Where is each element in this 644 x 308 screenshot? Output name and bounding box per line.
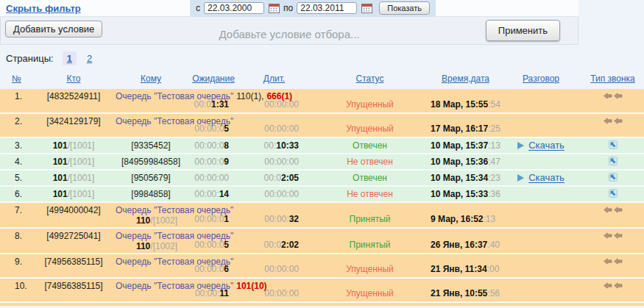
call-log-table: № Кто Кому Ожидание Длит. Статус Время,д…: [0, 71, 644, 303]
callee-cell: Очередь "Тестовая очередь"110/[1002]: [114, 228, 188, 254]
double-left-arrow-icon: [604, 93, 623, 99]
caller-cell: [3424129179]: [33, 113, 114, 137]
datetime-cell: 10 Мар, 15:33:36: [431, 186, 500, 202]
column-header-calltype[interactable]: Тип звонка: [590, 74, 635, 84]
callee-number: [9505679]: [131, 173, 170, 183]
datetime-cell: 21 Янв, 11:34:00: [431, 254, 500, 278]
page-link-2[interactable]: 2: [82, 51, 96, 65]
status-label: Упущенный: [346, 288, 394, 298]
callee-queue: Очередь "Тестовая очередь": [114, 257, 188, 267]
double-left-arrow-icon: [604, 207, 623, 213]
status-label: Отвечен: [353, 140, 387, 151]
callee-cell: Очередь "Тестовая очередь"101(10): [114, 278, 188, 302]
talk-cell: Скачать: [500, 137, 581, 154]
calendar-icon[interactable]: [361, 3, 372, 14]
hide-filter-link[interactable]: Скрыть фильтр: [6, 3, 81, 14]
datetime-cell: 21 Янв, 10:55:56: [431, 278, 500, 302]
caller-number: 101: [53, 189, 68, 199]
caller-number: [4992725041]: [46, 231, 100, 241]
page-link-1[interactable]: 1: [63, 51, 77, 65]
row-number: 9.: [0, 254, 33, 278]
caller-number: [3424129179]: [46, 116, 100, 126]
next-row-peek: [0, 303, 644, 306]
row-number: 3.: [0, 137, 33, 154]
duration-time: 00:10:33: [239, 137, 309, 154]
call-type-cell: [581, 89, 644, 113]
callee-cell: [9984858]: [114, 186, 188, 202]
status-label: Отвечен: [353, 173, 387, 183]
caller-cell: 101/[1001]: [33, 170, 114, 186]
talk-cell: [500, 186, 581, 202]
row-number: 5.: [0, 170, 33, 186]
status-label: Не отвечен: [347, 157, 393, 167]
call-type-cell: [581, 170, 644, 186]
callee-queue: Очередь "Тестовая очередь": [114, 205, 188, 215]
caller-number: 101: [53, 140, 68, 151]
wait-time: 00:00:00: [188, 170, 239, 186]
queue-alert: 101(10): [236, 281, 266, 291]
play-icon[interactable]: [517, 142, 524, 149]
callee-cell: [9505679]: [114, 170, 188, 186]
talk-cell: [500, 154, 581, 170]
table-row: 10.[74956385115]Очередь "Тестовая очеред…: [0, 278, 644, 302]
table-row: 8.[4992725041]Очередь "Тестовая очередь"…: [0, 228, 644, 254]
apply-button[interactable]: Применить: [486, 20, 560, 41]
double-left-arrow-icon: [604, 118, 623, 124]
caller-number: 101: [53, 157, 68, 167]
column-header-to[interactable]: Кому: [141, 74, 161, 84]
pagination: Страницы: 1 2: [0, 45, 644, 71]
column-header-duration[interactable]: Длит.: [263, 74, 285, 84]
date-to-label: по: [283, 3, 293, 13]
datetime-cell: 17 Мар, 16:17:25: [431, 113, 500, 137]
status-label: Не отвечен: [347, 189, 393, 199]
download-link[interactable]: Скачать: [528, 173, 565, 184]
date-range-panel: с по: [190, 0, 436, 17]
date-from-input[interactable]: [204, 2, 264, 14]
callee-cell: Очередь "Тестовая очередь"110/[1002]: [114, 202, 188, 228]
date-to-input[interactable]: [297, 2, 357, 14]
call-type-cell: [581, 154, 644, 170]
row-number: 2.: [0, 113, 33, 137]
download-link[interactable]: Скачать: [528, 140, 565, 151]
column-header-talk[interactable]: Разговор: [523, 74, 559, 84]
status-label: Упущенный: [346, 264, 394, 274]
calendar-icon[interactable]: [268, 3, 280, 14]
row-number: 8.: [0, 228, 33, 254]
call-type-cell: [581, 113, 644, 137]
table-header-row: № Кто Кому Ожидание Длит. Статус Время,д…: [0, 71, 644, 89]
call-type-cell: [581, 278, 644, 302]
caller-cell: 101/[1001]: [33, 154, 114, 170]
caller-cell: [4994000042]: [33, 202, 114, 228]
table-row: 2.[3424129179]Очередь "Тестовая очередь"…: [0, 113, 644, 137]
call-type-cell: [581, 137, 644, 154]
table-row: 3.101/[1001][9335452]00:00:0800:10:33Отв…: [0, 137, 644, 154]
talk-cell: Скачать: [500, 170, 581, 186]
duration-time: 00:00:00: [239, 186, 309, 202]
call-table-body: 1.[4832524911]Очередь "Тестовая очередь"…: [0, 89, 644, 302]
callee-number: [9335452]: [131, 140, 170, 151]
column-header-status[interactable]: Статус: [356, 74, 384, 84]
date-from-label: с: [196, 3, 200, 13]
column-header-who[interactable]: Кто: [66, 74, 80, 84]
answered-call-arrow-icon: [609, 157, 618, 165]
filter-top-bar: Скрыть фильтр с по: [0, 0, 578, 17]
row-number: 4.: [0, 154, 33, 170]
column-header-wait[interactable]: Ожидание: [192, 74, 235, 84]
datetime-cell: 9 Мар, 16:52:13: [431, 202, 500, 228]
callee-cell: Очередь "Тестовая очередь": [114, 113, 188, 137]
caller-cell: [4832524911]: [33, 89, 114, 113]
talk-cell: [500, 254, 581, 278]
answered-call-arrow-icon: [609, 173, 618, 182]
play-icon[interactable]: [517, 174, 524, 182]
datetime-cell: 26 Янв, 16:37:40: [431, 228, 500, 254]
status-label: Принятый: [350, 240, 391, 250]
caller-cell: 101/[1001]: [33, 137, 114, 154]
column-header-num[interactable]: №: [12, 74, 21, 84]
status-label: Принятый: [350, 214, 391, 224]
show-button[interactable]: Показать: [379, 1, 430, 15]
datetime-cell: 10 Мар, 15:36:47: [431, 154, 500, 170]
status-label: Упущенный: [346, 99, 394, 110]
caller-cell: 101/[1001]: [33, 186, 114, 202]
column-header-datetime[interactable]: Время,дата: [442, 74, 489, 84]
call-type-cell: [581, 254, 644, 278]
